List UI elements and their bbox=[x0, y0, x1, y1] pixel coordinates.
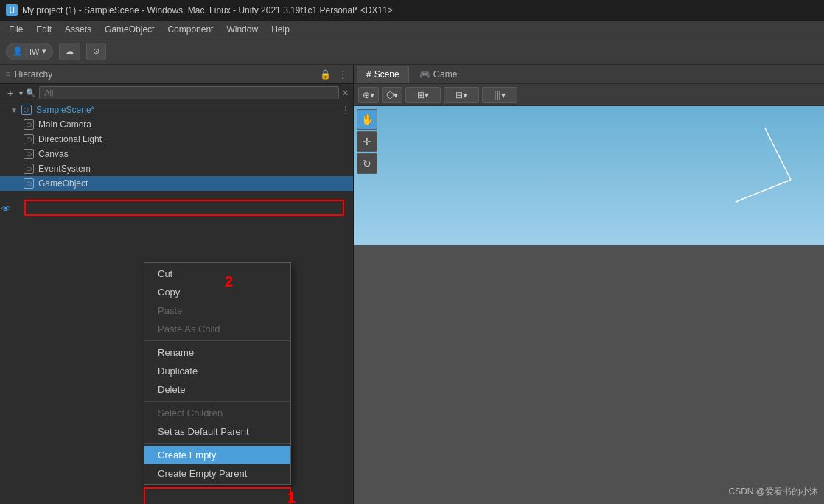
scene-hash-icon: # bbox=[366, 69, 371, 80]
rotate-tool-btn[interactable]: ↻ bbox=[357, 153, 377, 174]
cloud-icon: ☁ bbox=[66, 46, 74, 56]
menu-assets[interactable]: Assets bbox=[59, 23, 97, 36]
menu-gameobject[interactable]: GameObject bbox=[99, 23, 160, 36]
tree-item-main-camera[interactable]: ⬡ Main Camera bbox=[0, 117, 353, 132]
scene-toolbar: ⊕▾ ⬡▾ ⊞▾ ⊟▾ |||▾ bbox=[354, 84, 824, 106]
scene-more-icon[interactable]: ⋮ bbox=[341, 105, 350, 115]
move-tool-btn[interactable]: ✛ bbox=[357, 131, 377, 152]
csdn-watermark: CSDN @爱看书的小沐 bbox=[728, 486, 818, 498]
tree-item-gameobject[interactable]: ⬡ GameObject bbox=[0, 176, 353, 191]
svg-line-1 bbox=[736, 180, 791, 202]
scene-icon: ⬡ bbox=[21, 105, 32, 115]
ctx-copy[interactable]: Copy bbox=[144, 283, 290, 301]
light-name: Directional Light bbox=[38, 134, 102, 144]
dropdown-icon: ▾ bbox=[42, 46, 46, 56]
menu-component[interactable]: Component bbox=[161, 23, 219, 36]
canvas-icon: ⬡ bbox=[24, 149, 34, 159]
menu-bar: File Edit Assets GameObject Component Wi… bbox=[0, 21, 824, 38]
camera-icon: ⬡ bbox=[24, 119, 34, 130]
search-icon: 🔍 bbox=[26, 88, 36, 98]
gameobject-icon: ⬡ bbox=[24, 178, 34, 189]
ctx-rename[interactable]: Rename bbox=[144, 343, 290, 362]
add-button[interactable]: + bbox=[4, 87, 16, 99]
user-badge[interactable]: 👤 HW ▾ bbox=[6, 43, 53, 60]
visibility-eye-icon[interactable]: 👁 bbox=[1, 203, 11, 214]
hierarchy-lock-icon[interactable]: 🔒 bbox=[320, 69, 331, 80]
gizmo-tool-btn[interactable]: ⊞▾ bbox=[405, 87, 441, 103]
scene-tab-label: Scene bbox=[374, 69, 399, 80]
gameobject-name: GameObject bbox=[38, 178, 88, 189]
scene-viewport: ✋ ✛ ↻ CSDN @爱看书的小沐 bbox=[354, 106, 824, 504]
tree-item-directional-light[interactable]: ⬡ Directional Light bbox=[0, 132, 353, 147]
hierarchy-menu-icon: ≡ bbox=[6, 70, 10, 78]
tab-scene[interactable]: # Scene bbox=[357, 66, 409, 83]
main-layout: ≡ Hierarchy 🔒 ⋮ + ▾ 🔍 ✕ 👁 ▼ ⬡ SampleScen… bbox=[0, 65, 824, 504]
ctx-duplicate[interactable]: Duplicate bbox=[144, 362, 290, 380]
title-bar: U My project (1) - SampleScene - Windows… bbox=[0, 0, 824, 21]
scene-tabs: # Scene 🎮 Game bbox=[354, 65, 824, 84]
ctx-set-default-parent[interactable]: Set as Default Parent bbox=[144, 422, 290, 441]
canvas-name: Canvas bbox=[38, 149, 69, 159]
search-clear-icon[interactable]: ✕ bbox=[342, 88, 349, 98]
cloud-button[interactable]: ☁ bbox=[59, 43, 80, 60]
hierarchy-title: Hierarchy bbox=[15, 69, 52, 80]
toolbar: 👤 HW ▾ ☁ ⊙ bbox=[0, 38, 824, 65]
menu-help[interactable]: Help bbox=[265, 23, 296, 36]
user-avatar-icon: 👤 bbox=[13, 46, 23, 56]
search-bar: + ▾ 🔍 ✕ bbox=[0, 84, 353, 102]
svg-line-0 bbox=[765, 128, 791, 180]
game-tab-label: Game bbox=[433, 69, 458, 80]
ctx-cut[interactable]: Cut bbox=[144, 265, 290, 283]
ctx-sep-3 bbox=[144, 443, 290, 444]
scene-name: SampleScene* bbox=[36, 105, 94, 115]
context-menu: Cut Copy Paste Paste As Child Rename Dup… bbox=[144, 262, 291, 485]
ctx-paste: Paste bbox=[144, 301, 290, 320]
search-input[interactable] bbox=[39, 86, 339, 99]
ctx-sep-2 bbox=[144, 401, 290, 402]
eventsystem-name: EventSystem bbox=[38, 164, 91, 174]
ctx-sep-1 bbox=[144, 340, 290, 341]
transform-tool-btn[interactable]: ⊕▾ bbox=[358, 87, 379, 103]
game-icon: 🎮 bbox=[419, 69, 430, 80]
object-tool-btn[interactable]: ⬡▾ bbox=[382, 87, 402, 103]
menu-file[interactable]: File bbox=[3, 23, 29, 36]
tree-item-eventsystem[interactable]: ⬡ EventSystem bbox=[0, 161, 353, 176]
tab-game[interactable]: 🎮 Game bbox=[411, 66, 467, 83]
camera-name: Main Camera bbox=[38, 119, 91, 130]
overlay-tool-btn[interactable]: ⊟▾ bbox=[444, 87, 479, 103]
ctx-paste-as-child: Paste As Child bbox=[144, 320, 290, 338]
search-arrow-icon: ▾ bbox=[19, 89, 23, 97]
tree-item-canvas[interactable]: ⬡ Canvas bbox=[0, 147, 353, 161]
hierarchy-header: ≡ Hierarchy 🔒 ⋮ bbox=[0, 65, 353, 84]
title-text: My project (1) - SampleScene - Windows, … bbox=[22, 5, 393, 15]
hierarchy-panel: ≡ Hierarchy 🔒 ⋮ + ▾ 🔍 ✕ 👁 ▼ ⬡ SampleScen… bbox=[0, 65, 354, 504]
unity-icon: U bbox=[6, 4, 18, 16]
menu-edit[interactable]: Edit bbox=[30, 23, 57, 36]
audio-tool-btn[interactable]: |||▾ bbox=[482, 87, 517, 103]
eventsystem-icon: ⬡ bbox=[24, 164, 34, 174]
menu-window[interactable]: Window bbox=[220, 23, 264, 36]
scene-area: # Scene 🎮 Game ⊕▾ ⬡▾ ⊞▾ ⊟▾ |||▾ ✋ ✛ bbox=[354, 65, 824, 504]
hierarchy-more-icon[interactable]: ⋮ bbox=[338, 69, 347, 80]
ctx-delete[interactable]: Delete bbox=[144, 380, 290, 399]
scene-left-toolbar: ✋ ✛ ↻ bbox=[354, 106, 380, 177]
ctx-select-children: Select Children bbox=[144, 404, 290, 422]
tree-item-samplescene[interactable]: ▼ ⬡ SampleScene* ⋮ bbox=[0, 102, 353, 117]
expand-arrow-icon: ▼ bbox=[10, 106, 18, 114]
hand-tool-btn[interactable]: ✋ bbox=[357, 109, 377, 130]
pin-icon: ⊙ bbox=[93, 46, 99, 56]
ctx-create-empty[interactable]: Create Empty bbox=[144, 446, 290, 464]
scene-geometry bbox=[677, 121, 795, 209]
user-name: HW bbox=[26, 47, 39, 56]
ctx-create-empty-parent[interactable]: Create Empty Parent bbox=[144, 464, 290, 483]
light-icon: ⬡ bbox=[24, 134, 34, 144]
pin-button[interactable]: ⊙ bbox=[86, 43, 106, 60]
scene-ground bbox=[354, 245, 824, 504]
